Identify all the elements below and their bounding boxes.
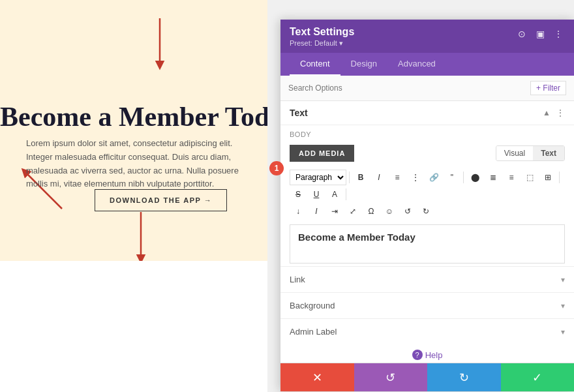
link-button[interactable]: 🔗 (425, 170, 442, 185)
emoji-button[interactable]: ☺ (381, 204, 398, 219)
add-media-row: ADD MEDIA Visual Text (280, 142, 574, 167)
page-body-text: Lorem ipsum dolor sit amet, consectetur … (26, 137, 254, 191)
italic2-button[interactable]: I (308, 204, 325, 219)
strikethrough-button[interactable]: S (290, 187, 307, 202)
subscript-button[interactable]: ↓ (290, 204, 307, 219)
arrow-down-1 (147, 18, 173, 70)
align-justify-button[interactable]: ⬚ (521, 170, 538, 185)
settings-panel: Text Settings Preset: Default ▾ ⊙ ▣ ⋮ Co… (280, 20, 574, 391)
rte-toolbar: Paragraph H1H2H3 B I ≡ ⋮ 🔗 " ⬤ ≣ ≡ ⬚ ⊞ S… (280, 167, 574, 222)
fullscreen-button[interactable]: ⤢ (344, 204, 361, 219)
panel-title-group: Text Settings Preset: Default ▾ (290, 26, 354, 48)
help-row[interactable]: ? Help (280, 344, 574, 363)
italic-button[interactable]: I (370, 170, 387, 185)
redo-editor-button[interactable]: ↻ (417, 204, 434, 219)
align-right-button[interactable]: ≡ (503, 170, 520, 185)
link-label: Link (290, 275, 305, 284)
expand-icon[interactable]: ▣ (534, 27, 547, 40)
section-controls: ▲ ⋮ (543, 108, 565, 118)
link-section[interactable]: Link ▾ (280, 266, 574, 292)
section-collapse-icon[interactable]: ▲ (543, 108, 551, 117)
tab-advanced[interactable]: Advanced (387, 53, 446, 76)
rte-row2: ↓ I ⇥ ⤢ Ω ☺ ↺ ↻ (290, 204, 565, 219)
tab-design[interactable]: Design (340, 53, 387, 76)
help-label: Help (425, 350, 443, 360)
redo-button[interactable]: ↻ (427, 363, 501, 391)
background-label: Background (290, 301, 335, 310)
save-button[interactable]: ✓ (501, 363, 575, 391)
admin-label-chevron-icon: ▾ (561, 327, 565, 337)
page-headline: Become a Member Tod (0, 101, 267, 132)
align-left-button[interactable]: ⬤ (466, 170, 483, 185)
link-chevron-icon: ▾ (561, 275, 565, 284)
ordered-list-button[interactable]: ⋮ (407, 170, 424, 185)
panel-tabs: Content Design Advanced (280, 53, 574, 76)
panel-header: Text Settings Preset: Default ▾ ⊙ ▣ ⋮ (280, 20, 574, 53)
text-section-title: Text (290, 108, 308, 118)
section-more-icon[interactable]: ⋮ (556, 108, 565, 118)
toolbar-separator-3 (559, 172, 560, 183)
blockquote-button[interactable]: " (444, 170, 461, 185)
arrow-down-2 (128, 212, 154, 264)
underline-button[interactable]: U (308, 187, 325, 202)
rte-row1: Paragraph H1H2H3 B I ≡ ⋮ 🔗 " ⬤ ≣ ≡ ⬚ ⊞ S… (290, 170, 565, 202)
editor-content-area[interactable]: Become a Member Today (290, 224, 565, 264)
paragraph-select[interactable]: Paragraph H1H2H3 (290, 170, 346, 185)
text-section-header: Text ▲ ⋮ (280, 101, 574, 125)
add-media-button[interactable]: ADD MEDIA (290, 145, 354, 162)
font-color-button[interactable]: A (326, 187, 343, 202)
visual-text-toggle: Visual Text (496, 145, 565, 161)
panel-preset[interactable]: Preset: Default ▾ (290, 39, 354, 48)
settings-icon[interactable]: ⊙ (515, 27, 528, 40)
toolbar-separator-2 (463, 172, 464, 183)
step-badge-1: 1 (269, 161, 284, 175)
panel-bottom-bar: ✕ ↺ ↻ ✓ (280, 363, 574, 391)
unordered-list-button[interactable]: ≡ (389, 170, 406, 185)
undo-editor-button[interactable]: ↺ (399, 204, 416, 219)
help-circle-icon: ? (412, 350, 423, 360)
filter-button[interactable]: + Filter (530, 81, 566, 95)
search-input[interactable] (288, 83, 530, 93)
admin-label-text: Admin Label (290, 327, 337, 337)
visual-toggle-btn[interactable]: Visual (496, 146, 533, 160)
panel-title: Text Settings (290, 26, 354, 38)
toolbar-separator-4 (346, 188, 346, 200)
undo-button[interactable]: ↺ (354, 363, 428, 391)
more-icon[interactable]: ⋮ (552, 27, 565, 40)
background-chevron-icon: ▾ (561, 301, 565, 310)
special-chars-button[interactable]: Ω (363, 204, 380, 219)
panel-content: Text ▲ ⋮ Body ADD MEDIA Visual Text Para… (280, 101, 574, 363)
download-app-button[interactable]: DOWNLOAD THE APP → (95, 189, 227, 211)
panel-header-icons: ⊙ ▣ ⋮ (515, 26, 565, 40)
admin-label-section[interactable]: Admin Label ▾ (280, 318, 574, 344)
page-preview-bottom: Recent Articles (0, 261, 267, 392)
background-section[interactable]: Background ▾ (280, 292, 574, 318)
panel-search: + Filter (280, 76, 574, 101)
toolbar-separator-1 (349, 172, 350, 183)
align-center-button[interactable]: ≣ (485, 170, 502, 185)
bold-button[interactable]: B (352, 170, 369, 185)
tab-content[interactable]: Content (290, 53, 340, 76)
body-label: Body (280, 125, 574, 142)
indent-button[interactable]: ⇥ (326, 204, 343, 219)
text-toggle-btn[interactable]: Text (533, 146, 564, 160)
cancel-button[interactable]: ✕ (280, 363, 354, 391)
table-button[interactable]: ⊞ (539, 170, 556, 185)
